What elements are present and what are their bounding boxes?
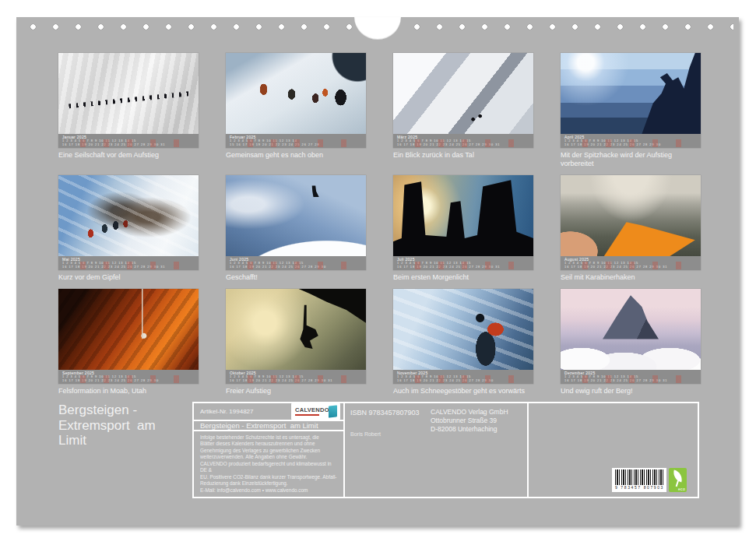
month-photo-januar <box>58 53 199 134</box>
month-caption: Kurz vor dem Gipfel <box>58 273 199 282</box>
month-cell-maerz: März 2025 1 2 3 4 5 6 7 8 9 10 11 12 13 … <box>393 53 533 168</box>
month-caption: Mit der Spitzhacke wird der Aufstieg vor… <box>561 151 701 168</box>
eco-logo: eco <box>669 468 687 492</box>
mini-calendar: März 2025 1 2 3 4 5 6 7 8 9 10 11 12 13 … <box>393 134 533 148</box>
month-photo-juni <box>226 175 366 256</box>
month-photo-november <box>393 289 533 370</box>
barcode-bars <box>615 469 663 485</box>
month-cell-oktober: Oktober 2025 1 2 3 4 5 6 7 8 9 10 11 12 … <box>226 289 366 396</box>
calendar-title: Bergsteigen - Extremsport am Limit <box>58 403 156 448</box>
month-thumbnail: August 2025 1 2 3 4 5 6 7 8 9 10 11 12 1… <box>561 175 701 270</box>
month-thumbnail-grid: Januar 2025 1 2 3 4 5 6 7 8 9 10 11 12 1… <box>58 53 701 396</box>
mini-calendar-row: 1 2 3 4 5 6 7 8 9 10 11 12 13 14 15 <box>62 262 195 265</box>
mini-calendar-row: 16 17 18 19 20 21 22 23 24 25 26 27 28 2… <box>564 379 697 383</box>
info-column-left: Artikel-Nr. 1994827 CALVENDO Bergsteigen… <box>194 403 345 497</box>
month-caption: Felsformation in Moab, Utah <box>58 387 199 396</box>
month-thumbnail: Februar 2025 1 2 3 4 5 6 7 8 9 10 11 12 … <box>226 53 366 148</box>
mini-calendar-row: 1 2 3 4 5 6 7 8 9 10 11 12 13 14 15 <box>230 375 362 379</box>
mini-calendar-row: 1 2 3 4 5 6 7 8 9 10 11 12 13 14 15 <box>564 262 697 265</box>
barcode-number: 9 783457 807903 <box>615 485 663 491</box>
mini-calendar-row: 1 2 3 4 5 6 7 8 9 10 11 12 13 14 15 <box>230 262 362 265</box>
mini-calendar-days: 1 2 3 4 5 6 7 8 9 10 11 12 13 14 15 16 1… <box>62 262 195 269</box>
month-photo-mai <box>58 175 199 256</box>
month-caption: Beim ersten Morgenlicht <box>393 273 533 282</box>
mini-calendar-row: 16 17 18 19 20 21 22 23 24 25 26 27 28 2… <box>62 379 195 383</box>
mini-calendar-days: 1 2 3 4 5 6 7 8 9 10 11 12 13 14 15 16 1… <box>564 375 697 383</box>
calvendo-flag-icon <box>329 405 337 417</box>
eco-label: eco <box>678 487 685 491</box>
mini-calendar-row: 16 17 18 19 20 21 22 23 24 25 26 27 28 2… <box>62 143 195 147</box>
ean-barcode: 9 783457 807903 <box>612 468 666 492</box>
month-thumbnail: Oktober 2025 1 2 3 4 5 6 7 8 9 10 11 12 … <box>226 289 366 384</box>
mini-calendar-days: 1 2 3 4 5 6 7 8 9 10 11 12 13 14 15 16 1… <box>397 139 529 147</box>
leaf-stem <box>676 480 679 487</box>
month-cell-april: April 2025 1 2 3 4 5 6 7 8 9 10 11 12 13… <box>561 53 701 168</box>
info-column-middle: ISBN 9783457807903 CALVENDO Verlag GmbH … <box>345 403 529 497</box>
month-caption: Ein Blick zurück in das Tal <box>393 151 533 160</box>
mini-calendar-row: 16 17 18 19 20 21 22 23 24 25 26 27 28 2… <box>230 379 362 383</box>
mini-calendar: Mai 2025 1 2 3 4 5 6 7 8 9 10 11 12 13 1… <box>58 256 199 270</box>
mini-calendar-days: 1 2 3 4 5 6 7 8 9 10 11 12 13 14 15 16 1… <box>397 262 529 269</box>
mini-calendar-row: 16 17 18 19 20 21 22 23 24 25 26 27 28 2… <box>230 265 362 269</box>
mini-calendar-days: 1 2 3 4 5 6 7 8 9 10 11 12 13 14 15 16 1… <box>397 375 529 383</box>
mini-calendar-row: 16 17 18 19 20 21 22 23 24 25 26 27 28 2… <box>564 143 697 147</box>
month-photo-september <box>58 289 199 370</box>
month-caption: Seil mit Karabinerhaken <box>561 273 701 282</box>
mini-calendar-days: 1 2 3 4 5 6 7 8 9 10 11 12 13 14 15 16 1… <box>230 139 362 147</box>
month-cell-juni: Juni 2025 1 2 3 4 5 6 7 8 9 10 11 12 13 … <box>226 175 366 282</box>
author-name: Boris Robert <box>350 431 381 437</box>
month-caption: Auch im Schneegestöber geht es vorwärts <box>393 387 533 396</box>
month-thumbnail: Januar 2025 1 2 3 4 5 6 7 8 9 10 11 12 1… <box>58 53 199 148</box>
calvendo-logo: CALVENDO <box>291 403 340 420</box>
month-photo-oktober <box>226 289 366 370</box>
mini-calendar-row: 1 2 3 4 5 6 7 8 9 10 11 12 13 14 15 <box>397 375 529 379</box>
mini-calendar-row: 16 17 18 19 20 21 22 23 24 25 26 27 28 2… <box>62 265 195 269</box>
article-number-row: Artikel-Nr. 1994827 CALVENDO <box>194 403 343 421</box>
mini-calendar-row: 15 16 17 18 19 20 21 22 23 24 25 26 27 2… <box>230 143 362 147</box>
mini-calendar-row: 1 2 3 4 5 6 7 8 9 10 11 12 13 14 15 <box>397 139 529 143</box>
hanger-notch <box>354 17 401 40</box>
month-thumbnail: April 2025 1 2 3 4 5 6 7 8 9 10 11 12 13… <box>561 53 701 148</box>
mini-calendar-days: 1 2 3 4 5 6 7 8 9 10 11 12 13 14 15 16 1… <box>230 262 362 269</box>
month-cell-februar: Februar 2025 1 2 3 4 5 6 7 8 9 10 11 12 … <box>226 53 366 168</box>
month-photo-februar <box>226 53 366 134</box>
month-thumbnail: Mai 2025 1 2 3 4 5 6 7 8 9 10 11 12 13 1… <box>58 175 199 270</box>
month-cell-november: November 2025 1 2 3 4 5 6 7 8 9 10 11 12… <box>393 289 533 396</box>
mini-calendar-row: 1 2 3 4 5 6 7 8 9 10 11 12 13 14 15 <box>564 375 697 379</box>
mini-calendar-row: 1 2 3 4 5 6 7 8 9 10 11 12 13 14 15 <box>62 139 195 143</box>
month-photo-dezember <box>561 289 701 370</box>
mini-calendar: Februar 2025 1 2 3 4 5 6 7 8 9 10 11 12 … <box>226 134 366 148</box>
month-cell-dezember: Dezember 2025 1 2 3 4 5 6 7 8 9 10 11 12… <box>561 289 701 396</box>
calendar-back-page: Januar 2025 1 2 3 4 5 6 7 8 9 10 11 12 1… <box>16 17 739 526</box>
legal-notice: Infolge bestehender Schutzrechte ist es … <box>194 431 343 497</box>
month-photo-juli <box>393 175 533 256</box>
month-caption: Und ewig ruft der Berg! <box>561 387 701 396</box>
month-thumbnail: Dezember 2025 1 2 3 4 5 6 7 8 9 10 11 12… <box>561 289 701 384</box>
mini-calendar-days: 1 2 3 4 5 6 7 8 9 10 11 12 13 14 15 16 1… <box>62 375 195 383</box>
month-cell-september: September 2025 1 2 3 4 5 6 7 8 9 10 11 1… <box>58 289 199 396</box>
month-thumbnail: Juli 2025 1 2 3 4 5 6 7 8 9 10 11 12 13 … <box>393 175 533 270</box>
month-thumbnail: März 2025 1 2 3 4 5 6 7 8 9 10 11 12 13 … <box>393 53 533 148</box>
publisher-info-box: Artikel-Nr. 1994827 CALVENDO Bergsteigen… <box>192 402 699 498</box>
month-caption: Eine Seilschaft vor dem Aufstieg <box>58 151 199 160</box>
mini-calendar-row: 1 2 3 4 5 6 7 8 9 10 11 12 13 14 <box>230 139 362 143</box>
info-column-right: 9 783457 807903 eco <box>529 403 698 497</box>
month-cell-juli: Juli 2025 1 2 3 4 5 6 7 8 9 10 11 12 13 … <box>393 175 533 282</box>
month-thumbnail: Juni 2025 1 2 3 4 5 6 7 8 9 10 11 12 13 … <box>226 175 366 270</box>
mini-calendar: Dezember 2025 1 2 3 4 5 6 7 8 9 10 11 12… <box>561 370 701 384</box>
mini-calendar: April 2025 1 2 3 4 5 6 7 8 9 10 11 12 13… <box>561 134 701 148</box>
mini-calendar: September 2025 1 2 3 4 5 6 7 8 9 10 11 1… <box>58 370 199 384</box>
publisher-address: CALVENDO Verlag GmbH Ottobrunner Straße … <box>431 408 508 434</box>
mini-calendar-row: 16 17 18 19 20 21 22 23 24 25 26 27 28 2… <box>397 265 529 269</box>
mini-calendar-days: 1 2 3 4 5 6 7 8 9 10 11 12 13 14 15 16 1… <box>62 139 195 147</box>
month-photo-august <box>561 175 701 256</box>
month-caption: Freier Aufstieg <box>226 387 366 396</box>
article-number: Artikel-Nr. 1994827 <box>200 408 253 415</box>
month-photo-april <box>561 53 701 134</box>
mini-calendar-days: 1 2 3 4 5 6 7 8 9 10 11 12 13 14 15 16 1… <box>564 262 697 269</box>
month-photo-maerz <box>393 53 533 134</box>
mini-calendar-row: 16 17 18 19 20 21 22 23 24 25 26 27 28 2… <box>397 379 529 383</box>
month-thumbnail: November 2025 1 2 3 4 5 6 7 8 9 10 11 12… <box>393 289 533 384</box>
mini-calendar-row: 16 17 18 19 20 21 22 23 24 25 26 27 28 2… <box>397 143 529 147</box>
month-cell-mai: Mai 2025 1 2 3 4 5 6 7 8 9 10 11 12 13 1… <box>58 175 199 282</box>
